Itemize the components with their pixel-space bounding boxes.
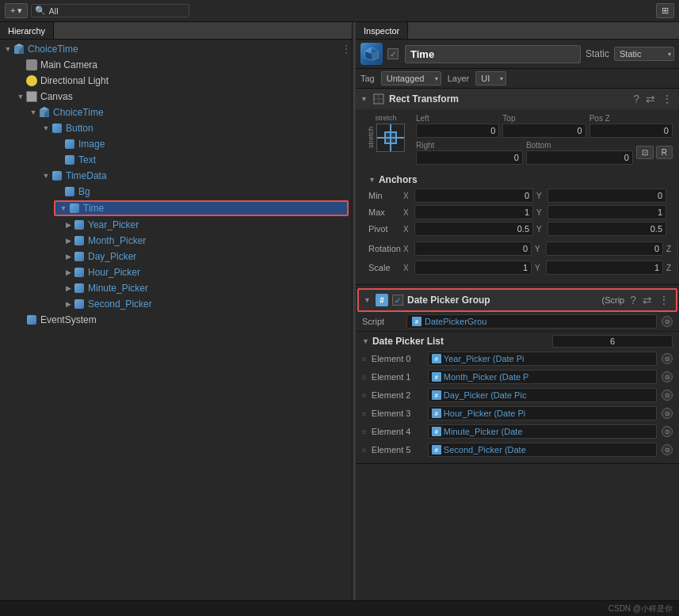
drag-handle-icon[interactable]: ≡ — [362, 373, 367, 382]
hierarchy-panel: Hierarchy ChoiceTime ⋮ Main Camera — [0, 22, 353, 600]
tree-item-image[interactable]: Image — [0, 136, 352, 152]
rotation-x-input[interactable] — [414, 241, 532, 256]
object-active-checkbox[interactable] — [387, 48, 399, 59]
drag-handle-icon[interactable]: ≡ — [362, 428, 367, 436]
list-title: Date Picker List — [372, 336, 549, 347]
cube-icon — [13, 43, 25, 55]
tree-item-second-picker[interactable]: Second_Picker — [0, 296, 352, 312]
list-count-input[interactable] — [552, 335, 673, 348]
drag-handle-icon[interactable]: ≡ — [362, 409, 367, 418]
dp-enable-checkbox[interactable] — [392, 295, 403, 306]
dp-help-button[interactable]: ? — [628, 294, 638, 306]
element-select-btn-3[interactable]: ⊙ — [662, 408, 673, 419]
posz-input[interactable] — [589, 124, 673, 138]
tree-item-month-picker[interactable]: Month_Picker — [0, 233, 352, 249]
scale-z-axis: Z — [666, 264, 676, 272]
tree-item-choicetime[interactable]: ChoiceTime ⋮ — [0, 41, 352, 57]
bottom-field: Bottom — [526, 141, 633, 165]
left-label: Left — [416, 114, 499, 123]
tree-item-eventsystem[interactable]: EventSystem — [0, 312, 352, 328]
tag-dropdown[interactable]: Untagged — [381, 71, 441, 86]
element-label-3: Element 3 — [372, 409, 423, 418]
search-input[interactable] — [48, 6, 185, 16]
tree-item-hour-picker[interactable]: Hour_Picker — [0, 264, 352, 280]
drag-handle-icon[interactable]: ≡ — [362, 391, 367, 400]
min-x-input[interactable] — [414, 188, 533, 203]
add-button[interactable]: + ▾ — [5, 3, 28, 18]
tree-item-maincamera[interactable]: Main Camera — [0, 57, 352, 73]
inspector-tab[interactable]: Inspector — [356, 22, 408, 39]
element-select-btn-5[interactable]: ⊙ — [662, 444, 673, 455]
layer-dropdown[interactable]: UI — [475, 71, 506, 86]
cube-icon — [68, 202, 81, 215]
cube-icon — [73, 266, 86, 279]
max-x-field: X — [403, 205, 533, 219]
pivot-y-input[interactable] — [547, 222, 666, 236]
rotation-x-field: X — [403, 241, 532, 256]
object-name-input[interactable] — [405, 45, 581, 63]
rect-transform-header[interactable]: ▼ Rect Transform ? ⇄ ⋮ — [356, 89, 679, 109]
element-hash-icon-2: # — [432, 390, 441, 400]
help-button[interactable]: ? — [631, 93, 641, 105]
dp-more-button[interactable]: ⋮ — [657, 294, 671, 306]
tree-label: TimeData — [66, 170, 107, 181]
element-select-btn-4[interactable]: ⊙ — [662, 426, 673, 437]
toolbar-extra-button[interactable]: ⊞ — [656, 3, 674, 18]
top-input[interactable] — [502, 124, 586, 138]
pivot-x-input[interactable] — [414, 222, 533, 236]
min-y-input[interactable] — [547, 188, 666, 203]
tree-item-canvas[interactable]: Canvas — [0, 89, 352, 105]
tree-item-text[interactable]: Text — [0, 152, 352, 168]
bottom-input[interactable] — [526, 150, 633, 165]
element-select-btn-1[interactable]: ⊙ — [662, 371, 673, 382]
tree-item-time[interactable]: Time — [54, 200, 349, 216]
element-text-5: Second_Picker (Date — [444, 445, 526, 454]
tree-item-choicetime2[interactable]: ChoiceTime — [0, 105, 352, 120]
search-box[interactable]: 🔍 — [31, 4, 189, 17]
cube-icon — [51, 122, 63, 135]
tree-item-button[interactable]: Button — [0, 120, 352, 136]
max-y-input[interactable] — [547, 205, 666, 219]
tree-item-minute-picker[interactable]: Minute_Picker — [0, 280, 352, 296]
date-picker-header[interactable]: ▼ # Date Picker Group (Scrip ? ⇄ ⋮ — [357, 288, 677, 312]
drag-handle-icon[interactable]: ≡ — [362, 446, 367, 454]
dp-settings-button[interactable]: ⇄ — [641, 294, 654, 306]
right-input[interactable] — [416, 150, 523, 165]
date-picker-list: ▼ Date Picker List ≡ Element 0 # Year_Pi… — [356, 332, 679, 463]
rotation-y-axis: Y — [535, 245, 544, 253]
left-input[interactable] — [416, 124, 499, 138]
script-value: # DatePickerGrou — [406, 314, 657, 329]
anchor-row: stretch — [367, 124, 405, 152]
more-button[interactable]: ⋮ — [660, 93, 674, 105]
rt-top-row: Left Top Pos Z — [416, 114, 673, 138]
tree-item-directionallight[interactable]: Directional Light — [0, 73, 352, 89]
hierarchy-content[interactable]: ChoiceTime ⋮ Main Camera Directional Lig… — [0, 40, 352, 600]
tag-label: Tag — [360, 74, 375, 83]
rotation-y-input[interactable] — [546, 241, 663, 256]
tree-arrow — [59, 204, 68, 212]
element-hash-icon-5: # — [432, 445, 441, 454]
drag-handle-icon[interactable]: ≡ — [362, 355, 367, 363]
tree-label: Month_Picker — [88, 235, 146, 246]
scale-x-input[interactable] — [414, 260, 532, 275]
anchors-min-row: Min X Y — [368, 188, 666, 203]
static-dropdown[interactable]: Static Nothing Everything — [614, 47, 674, 61]
element-select-btn-2[interactable]: ⊙ — [662, 390, 673, 401]
inspector-tab-header: Inspector — [356, 22, 679, 40]
scale-y-input[interactable] — [546, 260, 663, 275]
element-select-btn-0[interactable]: ⊙ — [662, 353, 673, 364]
rotation-y-field: Y — [535, 241, 663, 256]
tree-item-day-picker[interactable]: Day_Picker — [0, 249, 352, 264]
blueprint-button[interactable]: ⊡ — [636, 146, 654, 159]
tree-item-timedata[interactable]: TimeData — [0, 168, 352, 184]
settings-button[interactable]: ⇄ — [644, 93, 657, 105]
script-select-button[interactable]: ⊙ — [662, 316, 673, 327]
tree-item-bg[interactable]: Bg — [0, 184, 352, 200]
r-button[interactable]: R — [656, 146, 673, 159]
tree-item-year-picker[interactable]: Year_Picker — [0, 217, 352, 233]
top-label: Top — [502, 114, 586, 123]
hierarchy-tab[interactable]: Hierarchy — [0, 22, 54, 39]
anchor-box[interactable] — [376, 124, 405, 152]
hierarchy-menu-btn[interactable]: ⋮ — [341, 43, 352, 55]
max-x-input[interactable] — [414, 205, 533, 219]
